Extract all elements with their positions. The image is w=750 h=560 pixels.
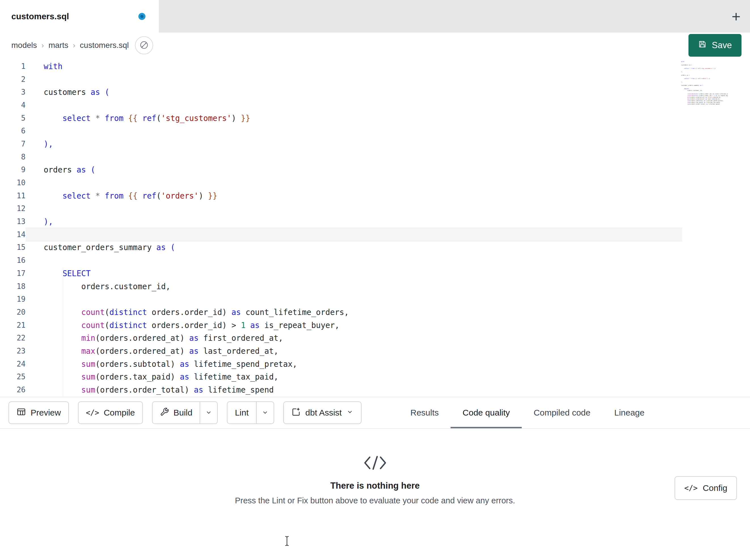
chevron-down-icon	[346, 408, 354, 417]
code-line[interactable]: 2	[0, 73, 750, 86]
dbt-assist-button-label: dbt Assist	[305, 408, 342, 417]
code-line[interactable]: 1with	[0, 60, 750, 73]
code-brackets-icon: </>	[86, 409, 99, 417]
empty-state-subtitle: Press the Lint or Fix button above to ev…	[0, 496, 750, 505]
dbt-assist-button[interactable]: dbt Assist	[283, 401, 361, 424]
line-number: 2	[0, 75, 25, 84]
line-number: 20	[0, 308, 25, 316]
file-tab-bar: customers.sql +	[0, 0, 750, 33]
code-line[interactable]: 10	[0, 176, 750, 189]
code-quality-panel: There is nothing here Press the Lint or …	[0, 455, 750, 560]
lint-button[interactable]: Lint	[228, 402, 256, 423]
code-line[interactable]: 4	[0, 99, 750, 111]
file-header-bar: models › marts › customers.sql Save	[0, 33, 750, 58]
save-icon	[698, 40, 707, 51]
line-number: 1	[0, 62, 25, 70]
dbt-lineage-icon	[139, 40, 149, 51]
build-button[interactable]: Build	[153, 402, 200, 423]
view-lineage-button[interactable]	[135, 36, 153, 55]
build-dropdown-button[interactable]	[200, 402, 217, 423]
breadcrumb-separator: ›	[73, 41, 75, 50]
line-number: 8	[0, 153, 25, 161]
line-number: 15	[0, 243, 25, 251]
config-button[interactable]: </> Config	[675, 476, 737, 500]
code-line[interactable]: 25 sum(orders.tax_paid) as lifetime_tax_…	[0, 371, 750, 383]
line-number: 26	[0, 386, 25, 394]
code-line[interactable]: 9orders as (	[0, 163, 750, 177]
line-number: 12	[0, 204, 25, 213]
code-line[interactable]: 26 sum(orders.order_total) as lifetime_s…	[0, 383, 750, 396]
empty-state-title: There is nothing here	[0, 481, 750, 491]
code-line[interactable]: 12	[0, 202, 750, 215]
breadcrumb-customers-sql: customers.sql	[80, 41, 129, 50]
new-tab-button[interactable]: +	[724, 4, 748, 28]
code-line[interactable]: 13),	[0, 215, 750, 228]
line-number: 18	[0, 282, 25, 291]
line-number: 24	[0, 360, 25, 368]
code-line[interactable]: 21 count(distinct orders.order_id) > 1 a…	[0, 319, 750, 332]
save-button-label: Save	[712, 40, 732, 50]
line-number: 3	[0, 88, 25, 96]
compile-button-label: Compile	[104, 408, 135, 417]
dbt-ide-window: customers.sql + models › marts › custome…	[0, 0, 750, 560]
line-number: 10	[0, 179, 25, 187]
breadcrumb-separator: ›	[41, 41, 44, 50]
tab-lineage[interactable]: Lineage	[602, 397, 656, 428]
save-button[interactable]: Save	[689, 34, 742, 57]
code-line[interactable]: 5 select * from {{ ref('stg_customers') …	[0, 111, 750, 125]
code-line[interactable]: 6	[0, 124, 750, 138]
config-button-label: Config	[703, 483, 727, 493]
breadcrumb-models[interactable]: models	[11, 41, 37, 50]
tab-code-quality[interactable]: Code quality	[451, 397, 522, 428]
tab-compiled-code[interactable]: Compiled code	[522, 397, 602, 428]
preview-button-label: Preview	[31, 408, 61, 417]
code-editor[interactable]: 1with23customers as (45 select * from {{…	[0, 58, 750, 397]
code-line[interactable]: 14	[0, 228, 750, 241]
line-number: 16	[0, 256, 25, 265]
unsaved-changes-icon	[138, 13, 145, 20]
line-number: 5	[0, 114, 25, 122]
preview-button[interactable]: Preview	[8, 401, 69, 424]
ai-edit-icon	[291, 407, 301, 419]
code-line[interactable]: 11 select * from {{ ref('orders') }}	[0, 189, 750, 202]
code-line[interactable]: 18 orders.customer_id,	[0, 280, 750, 293]
code-line[interactable]: 23 max(orders.ordered_at) as last_ordere…	[0, 345, 750, 357]
chevron-down-icon	[205, 409, 212, 417]
results-tab-bar: Results Code quality Compiled code Linea…	[398, 397, 656, 428]
code-lines: 1with23customers as (45 select * from {{…	[0, 60, 750, 396]
code-line[interactable]: 7),	[0, 138, 750, 150]
code-brackets-icon: </>	[684, 484, 697, 492]
line-number: 22	[0, 334, 25, 342]
minimap-line: sum(orders.order_total) as lifetime_spen…	[681, 103, 728, 105]
line-number: 4	[0, 101, 25, 109]
code-line[interactable]: 16	[0, 254, 750, 267]
code-line[interactable]: 20 count(distinct orders.order_id) as co…	[0, 306, 750, 319]
line-number: 7	[0, 140, 25, 148]
line-number: 13	[0, 217, 25, 226]
chevron-down-icon	[261, 409, 269, 417]
line-number: 14	[0, 230, 25, 239]
line-number: 11	[0, 191, 25, 200]
tab-results[interactable]: Results	[398, 397, 451, 428]
line-number: 17	[0, 269, 25, 277]
wrench-icon	[160, 407, 169, 418]
code-line[interactable]: 8	[0, 150, 750, 163]
file-tab-label: customers.sql	[11, 12, 69, 21]
code-line[interactable]: 17 SELECT	[0, 267, 750, 280]
code-line[interactable]: 15customer_orders_summary as (	[0, 241, 750, 254]
minimap[interactable]: withcustomers as ( select * from {{ ref(…	[681, 61, 728, 132]
code-line[interactable]: 22 min(orders.ordered_at) as first_order…	[0, 331, 750, 345]
build-button-group: Build	[152, 401, 218, 424]
code-line[interactable]: 24 sum(orders.subtotal) as lifetime_spen…	[0, 357, 750, 371]
code-line[interactable]: 19	[0, 293, 750, 306]
compile-button[interactable]: </> Compile	[78, 401, 143, 424]
line-number: 23	[0, 347, 25, 355]
line-number: 21	[0, 321, 25, 329]
code-brackets-icon	[0, 455, 750, 472]
code-line[interactable]: 3customers as (	[0, 86, 750, 99]
lint-dropdown-button[interactable]	[256, 402, 274, 423]
line-number: 19	[0, 295, 25, 303]
lint-button-group: Lint	[227, 401, 274, 424]
file-tab-customers-sql[interactable]: customers.sql	[0, 0, 159, 33]
breadcrumb-marts[interactable]: marts	[48, 41, 68, 50]
